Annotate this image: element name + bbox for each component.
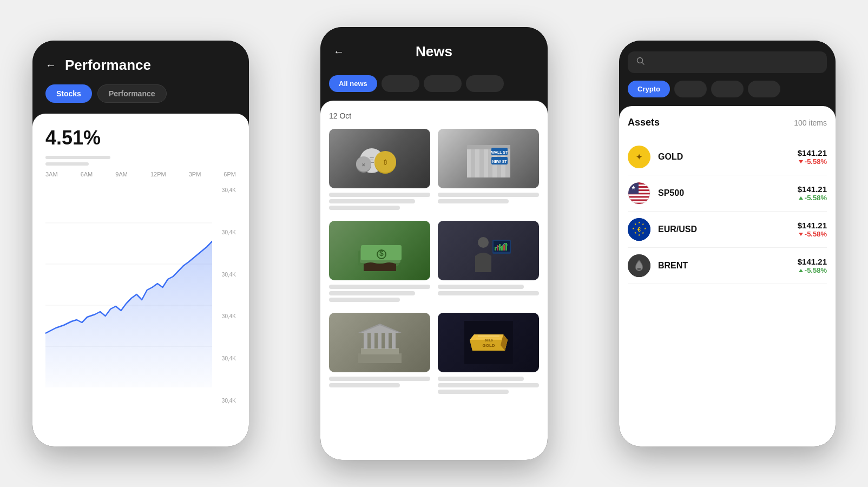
- news-line-6: [329, 285, 430, 289]
- time-3pm: 3PM: [189, 171, 201, 177]
- asset-row-eurusd[interactable]: ★ ★ ★ ★ ★ ★ ★ ★ € EUR/USD $141.21: [628, 212, 827, 248]
- svg-marker-46: [361, 325, 399, 333]
- asset-icon-brent: [628, 254, 650, 277]
- arrow-up-sp500: [799, 196, 803, 200]
- time-9am: 9AM: [115, 171, 128, 177]
- news-text-trader: [438, 285, 539, 295]
- asset-price-gold: $141.21: [798, 148, 827, 157]
- news-line-9: [438, 285, 524, 289]
- arrow-down-eurusd: [799, 233, 803, 236]
- news-image-wall: WALL ST NEW ST: [438, 129, 539, 188]
- news-tabs: All news: [320, 69, 548, 101]
- asset-row-gold[interactable]: ✦ GOLD $141.21 -5.58%: [628, 139, 827, 175]
- svg-rect-41: [371, 332, 374, 349]
- search-bar[interactable]: [628, 51, 827, 73]
- svg-rect-32: [495, 247, 496, 251]
- svg-text:✦: ✦: [636, 153, 642, 161]
- news-line-11: [329, 377, 430, 381]
- tab-all-news[interactable]: All news: [329, 75, 377, 92]
- svg-text:NEW ST: NEW ST: [492, 160, 507, 163]
- news-content: 12 Oct Ξ ₿: [320, 101, 548, 460]
- asset-change-brent: -5.58%: [798, 266, 827, 274]
- news-text-crypto: [329, 193, 430, 210]
- tab-news-4[interactable]: [466, 75, 504, 92]
- asset-price-brent: $141.21: [798, 257, 827, 266]
- asset-name-gold: GOLD: [658, 152, 798, 162]
- svg-rect-34: [499, 244, 501, 251]
- assets-count: 100 items: [794, 119, 827, 127]
- news-text-wall: [438, 193, 539, 203]
- asset-price-col-gold: $141.21 -5.58%: [798, 148, 827, 166]
- performance-tabs: Stocks Performance: [32, 84, 249, 114]
- news-image-trader: [438, 221, 539, 280]
- arrow-down-gold: [799, 160, 803, 163]
- news-line-8: [329, 298, 400, 302]
- tab-crypto-2[interactable]: [674, 81, 707, 97]
- tab-crypto[interactable]: Crypto: [628, 81, 670, 97]
- search-input[interactable]: [650, 58, 818, 66]
- svg-rect-66: [628, 198, 650, 199]
- tab-crypto-3[interactable]: [711, 81, 744, 97]
- news-line-13: [438, 377, 524, 381]
- crypto-header: Crypto: [619, 41, 836, 106]
- back-icon[interactable]: ←: [45, 59, 56, 71]
- svg-text:✕: ✕: [361, 162, 366, 168]
- svg-rect-65: [628, 194, 650, 196]
- performance-header: ← Performance: [32, 41, 249, 84]
- news-line-2: [329, 199, 415, 203]
- news-item-gold: GOLD 999.9: [438, 313, 539, 394]
- crypto-image-placeholder: Ξ ₿ ✕: [329, 129, 430, 188]
- crypto-tabs: Crypto: [628, 81, 827, 97]
- news-item-crypto: Ξ ₿ ✕: [329, 129, 430, 210]
- svg-text:€: €: [637, 226, 641, 233]
- tab-news-3[interactable]: [424, 75, 462, 92]
- arrow-up-brent: [799, 269, 803, 272]
- news-back-icon[interactable]: ←: [333, 45, 344, 58]
- y-label-3: 30,4K: [212, 272, 236, 278]
- asset-row-sp500[interactable]: ★ SP500 $141.21 -5.58%: [628, 175, 827, 212]
- news-image-building: [329, 313, 430, 372]
- time-6am: 6AM: [81, 171, 93, 177]
- asset-price-sp500: $141.21: [798, 185, 827, 194]
- news-item-money: $: [329, 221, 430, 302]
- asset-icon-sp500: ★: [628, 182, 650, 205]
- time-3am: 3AM: [45, 171, 58, 177]
- tab-crypto-4[interactable]: [748, 81, 780, 97]
- news-item-building: [329, 313, 430, 394]
- tab-performance[interactable]: Performance: [97, 84, 167, 103]
- news-line-12: [329, 383, 400, 387]
- chart-area: 30,4K 30,4K 30,4K 30,4K 30,4K 30,4K: [45, 182, 236, 409]
- y-label-2: 30,4K: [212, 229, 236, 235]
- news-date: 12 Oct: [329, 111, 539, 120]
- asset-name-eurusd: EUR/USD: [658, 225, 798, 234]
- svg-line-57: [642, 62, 644, 64]
- svg-text:★: ★: [631, 185, 636, 190]
- svg-rect-67: [628, 201, 650, 202]
- svg-rect-38: [358, 353, 402, 363]
- tab-news-2[interactable]: [382, 75, 419, 92]
- skeleton-line-1: [45, 156, 110, 159]
- time-labels: 3AM 6AM 9AM 12PM 3PM 6PM: [45, 171, 236, 177]
- performance-value: 4.51%: [45, 127, 236, 149]
- asset-price-col-eurusd: $141.21 -5.58%: [798, 221, 827, 238]
- chart-y-labels: 30,4K 30,4K 30,4K 30,4K 30,4K 30,4K: [212, 182, 236, 409]
- svg-rect-42: [378, 332, 382, 349]
- y-label-4: 30,4K: [212, 313, 236, 319]
- asset-price-col-sp500: $141.21 -5.58%: [798, 185, 827, 202]
- asset-row-brent[interactable]: BRENT $141.21 -5.58%: [628, 248, 827, 284]
- time-6pm: 6PM: [223, 171, 236, 177]
- news-text-gold: [438, 377, 539, 394]
- performance-content: 4.51% 3AM 6AM 9AM 12PM 3PM 6PM: [32, 114, 249, 446]
- svg-rect-43: [385, 332, 389, 349]
- svg-rect-33: [497, 245, 498, 251]
- asset-change-gold: -5.58%: [798, 157, 827, 166]
- svg-rect-37: [505, 243, 507, 251]
- asset-price-eurusd: $141.21: [798, 221, 827, 230]
- news-line-1: [329, 193, 430, 197]
- news-line-3: [329, 206, 400, 210]
- skeleton-line-2: [45, 162, 89, 166]
- news-image-money: $: [329, 221, 430, 280]
- asset-change-sp500: -5.58%: [798, 194, 827, 202]
- tab-stocks[interactable]: Stocks: [45, 84, 92, 103]
- svg-rect-36: [503, 245, 505, 251]
